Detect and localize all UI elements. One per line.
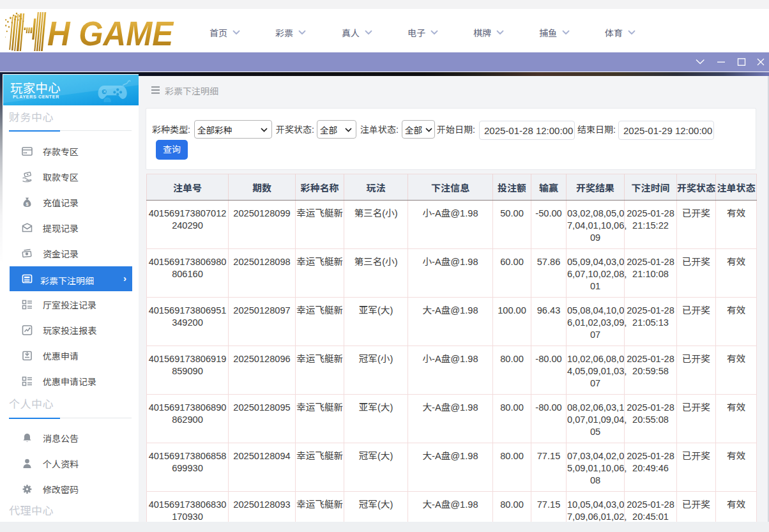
svg-text:$: $ — [26, 201, 29, 207]
